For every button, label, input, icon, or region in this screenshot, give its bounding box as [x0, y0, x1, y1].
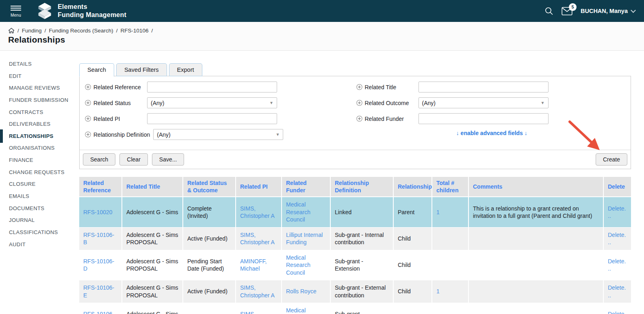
delete-link[interactable]: Delete... — [608, 205, 626, 219]
breadcrumb-item-funding[interactable]: Funding — [22, 28, 42, 34]
notification-badge: 5 — [569, 3, 577, 11]
cell-status: Complete (Invited) — [183, 197, 236, 227]
create-button[interactable]: Create — [596, 153, 627, 166]
funder-link[interactable]: Medical Research Council — [286, 201, 310, 223]
user-name: BUCHAN, Manya — [581, 8, 628, 14]
children-link[interactable]: 1 — [436, 209, 440, 215]
pi-link[interactable]: SIMS, Christopher A — [240, 232, 275, 245]
pi-link[interactable]: SIMS, Christopher A — [240, 311, 275, 314]
select-value: (Any) — [157, 131, 170, 138]
cell-related-reference: RFS-10106-B — [79, 227, 122, 250]
caret-down-icon: ▼ — [275, 132, 280, 137]
tab-saved-filters[interactable]: Saved Filters — [116, 63, 167, 76]
search-button[interactable] — [544, 6, 553, 15]
cell-delete: Delete... — [603, 303, 631, 314]
funder-link[interactable]: Rolls Royce — [286, 288, 317, 295]
delete-link[interactable]: Delete... — [608, 258, 626, 272]
brand[interactable]: Elements Funding Management — [36, 2, 126, 19]
delete-link[interactable]: Delete... — [608, 284, 626, 298]
tab-search[interactable]: Search — [79, 63, 114, 77]
cell-definition: Linked — [330, 197, 393, 227]
enable-advanced-fields-link[interactable]: ↓ enable advanced fields ↓ — [456, 130, 527, 136]
add-criteria-icon[interactable] — [356, 116, 362, 122]
related-status-select[interactable]: (Any) ▼ — [147, 97, 277, 108]
user-menu[interactable]: BUCHAN, Manya — [581, 8, 635, 14]
relationship-definition-select[interactable]: (Any) ▼ — [153, 129, 283, 140]
sidebar-item-emails[interactable]: EMAILS — [9, 190, 79, 202]
cell-comments — [468, 280, 603, 303]
sidebar-item-manage-reviews[interactable]: MANAGE REVIEWS — [9, 82, 79, 94]
col-related-status-outcome[interactable]: Related Status & Outcome — [183, 177, 236, 197]
funder-link[interactable]: Lilliput Internal Funding — [286, 232, 323, 245]
related-reference-link[interactable]: RFS-10020 — [83, 209, 113, 215]
sidebar-item-closure[interactable]: CLOSURE — [9, 178, 79, 190]
sidebar-item-change-requests[interactable]: CHANGE REQUESTS — [9, 166, 79, 179]
sidebar-item-documents[interactable]: DOCUMENTS — [9, 202, 79, 215]
delete-link[interactable]: Delete... — [608, 232, 626, 245]
save-button[interactable]: Save... — [152, 153, 184, 166]
sidebar-item-edit[interactable]: EDIT — [9, 70, 79, 82]
related-outcome-select[interactable]: (Any) ▼ — [418, 97, 549, 108]
pi-link[interactable]: AMINOFF, Michael — [240, 258, 267, 272]
clear-button[interactable]: Clear — [119, 153, 147, 166]
col-related-reference[interactable]: Related Reference — [79, 177, 122, 197]
funder-link[interactable]: Medical Research Council — [286, 254, 310, 276]
col-related-pi[interactable]: Related PI — [236, 177, 282, 197]
add-criteria-icon[interactable] — [85, 116, 91, 122]
cell-related-reference: RFS-10106-D — [79, 250, 122, 280]
pi-link[interactable]: SIMS, Christopher A — [240, 284, 275, 298]
related-pi-input[interactable] — [147, 113, 277, 124]
cell-status: Active (Funded) — [183, 303, 236, 314]
notifications-button[interactable]: 5 — [562, 7, 572, 15]
sidebar-item-finance[interactable]: FINANCE — [9, 154, 79, 166]
breadcrumb-item-funding-records[interactable]: Funding Records (Search) — [49, 28, 113, 34]
add-criteria-icon[interactable] — [85, 131, 91, 138]
sidebar-item-journal[interactable]: JOURNAL — [9, 214, 79, 226]
col-total-children[interactable]: Total # children — [432, 177, 468, 197]
sidebar-item-relationships[interactable]: RELATIONSHIPS — [9, 130, 79, 142]
col-relationship-definition[interactable]: Relationship Definition — [330, 177, 393, 197]
related-reference-link[interactable]: RFS-10106-F — [83, 311, 114, 314]
sidebar-item-audit[interactable]: AUDIT — [9, 239, 79, 251]
col-related-title[interactable]: Related Title — [122, 177, 183, 197]
home-icon[interactable] — [8, 28, 15, 34]
field-related-reference: Related Reference — [85, 82, 356, 92]
pi-link[interactable]: SIMS, Christopher A — [240, 205, 275, 219]
breadcrumb-bar: / Funding / Funding Records (Search) / R… — [0, 22, 644, 51]
add-criteria-icon[interactable] — [356, 84, 362, 90]
sidebar-item-details[interactable]: DETAILS — [9, 58, 79, 70]
cell-delete: Delete... — [603, 227, 631, 250]
sidebar-item-funder-submission[interactable]: FUNDER SUBMISSION — [9, 94, 79, 106]
breadcrumb-separator: / — [45, 28, 46, 34]
field-label: Related Outcome — [365, 100, 418, 106]
col-delete[interactable]: Delete — [603, 177, 631, 197]
related-funder-input[interactable] — [418, 113, 549, 124]
related-reference-link[interactable]: RFS-10106-B — [83, 232, 114, 245]
delete-link[interactable]: Delete... — [608, 311, 626, 314]
related-reference-link[interactable]: RFS-10106-E — [83, 284, 114, 298]
breadcrumb-item-record[interactable]: RFS-10106 — [120, 28, 148, 34]
menu-button[interactable]: Menu — [3, 4, 28, 17]
sidebar-item-organisations[interactable]: ORGANISATIONS — [9, 142, 79, 154]
related-reference-link[interactable]: RFS-10106-D — [83, 258, 114, 272]
cell-related-title: Adolescent G - Sims PROPOSAL — [122, 280, 183, 303]
related-reference-input[interactable] — [147, 82, 277, 92]
add-criteria-icon[interactable] — [85, 100, 91, 106]
children-link[interactable]: 1 — [436, 288, 440, 295]
col-related-funder[interactable]: Related Funder — [282, 177, 330, 197]
funder-link[interactable]: Medical Research Council — [286, 307, 310, 314]
sidebar-item-deliverables[interactable]: DELIVERABLES — [9, 118, 79, 130]
search-button-form[interactable]: Search — [83, 153, 115, 166]
cell-related-reference: RFS-10106-E — [79, 280, 122, 303]
tab-export[interactable]: Export — [169, 63, 202, 76]
col-comments[interactable]: Comments — [468, 177, 603, 197]
cell-funder: Lilliput Internal Funding — [282, 227, 330, 250]
add-criteria-icon[interactable] — [356, 100, 362, 106]
related-title-input[interactable] — [418, 82, 549, 92]
table-row: RFS-10106-B Adolescent G - Sims PROPOSAL… — [79, 227, 631, 250]
add-criteria-icon[interactable] — [85, 84, 91, 90]
chevron-down-icon — [631, 8, 636, 13]
sidebar-item-contracts[interactable]: CONTRACTS — [9, 106, 79, 118]
col-relationship[interactable]: Relationship — [393, 177, 432, 197]
sidebar-item-classifications[interactable]: CLASSIFICATIONS — [9, 226, 79, 239]
